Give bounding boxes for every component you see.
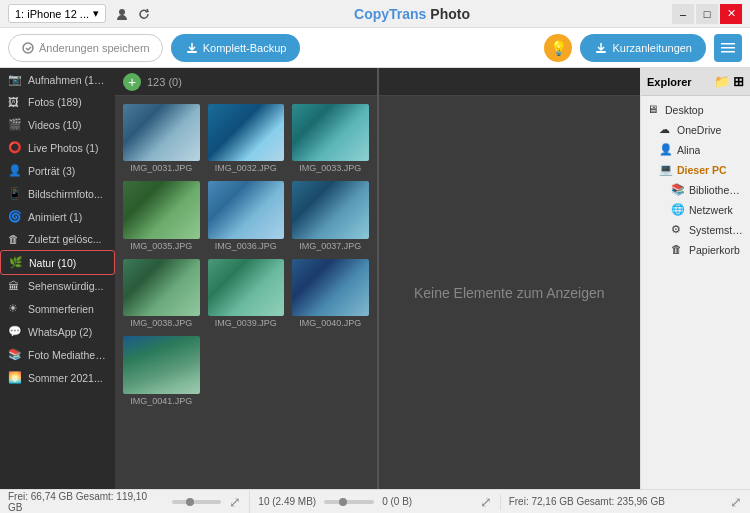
sidebar-item-live-photos[interactable]: ⭕ Live Photos (1) [0, 136, 115, 159]
status-center: 10 (2.49 MB) 0 (0 B) ⤢ [250, 494, 500, 510]
titlebar: 1: iPhone 12 ... ▾ CopyTrans Photo – □ ✕ [0, 0, 750, 28]
right-panel: Keine Elemente zum Anzeigen [377, 68, 641, 489]
photo-item-0033[interactable]: IMG_0033.JPG [292, 104, 369, 173]
photo-thumb-0041 [123, 336, 200, 393]
photo-label-0036: IMG_0036.JPG [215, 241, 277, 251]
explorer-panel: Explorer 📁 ⊞ 🖥 Desktop ☁ OneDrive 👤 Alin… [640, 68, 750, 489]
empty-message: Keine Elemente zum Anzeigen [414, 285, 605, 301]
photo-item-0031[interactable]: IMG_0031.JPG [123, 104, 200, 173]
sidebar-icon-videos: 🎬 [8, 118, 22, 131]
tree-item-desktop[interactable]: 🖥 Desktop [641, 100, 750, 120]
sidebar-item-whatsapp[interactable]: 💬 WhatsApp (2) [0, 320, 115, 343]
add-button[interactable]: + [123, 73, 141, 91]
close-button[interactable]: ✕ [720, 4, 742, 24]
minimize-button[interactable]: – [672, 4, 694, 24]
refresh-icon[interactable] [136, 6, 152, 22]
tree-item-systemsteuerung[interactable]: ⚙ Systemsteuerung [641, 220, 750, 240]
svg-rect-2 [187, 51, 197, 53]
sidebar-icon-bildschirm: 📱 [8, 187, 22, 200]
sidebar-icon-portrait: 👤 [8, 164, 22, 177]
sidebar-label-whatsapp: WhatsApp (2) [28, 326, 92, 338]
sidebar-item-bildschirm[interactable]: 📱 Bildschirmfoto... [0, 182, 115, 205]
right-panel-header [379, 68, 641, 96]
zoom-slider-center[interactable] [324, 500, 374, 504]
explorer-folder-icon[interactable]: 📁 [714, 74, 730, 89]
photo-item-0040[interactable]: IMG_0040.JPG [292, 259, 369, 328]
expand-center-icon[interactable]: ⤢ [480, 494, 492, 510]
tree-item-bibliotheken[interactable]: 📚 Bibliotheken [641, 180, 750, 200]
sidebar-icon-fotos: 🖼 [8, 96, 22, 108]
save-button[interactable]: Änderungen speichern [8, 34, 163, 62]
svg-rect-3 [596, 51, 606, 53]
tree-item-netzwerk[interactable]: 🌐 Netzwerk [641, 200, 750, 220]
person-icon[interactable] [114, 6, 130, 22]
sidebar-icon-animiert: 🌀 [8, 210, 22, 223]
sidebar-label-animiert: Animiert (1) [28, 211, 82, 223]
status-right-text: Frei: 72,16 GB Gesamt: 235,96 GB [509, 496, 665, 507]
photo-count-badge: 123 (0) [147, 76, 182, 88]
photo-item-0035[interactable]: IMG_0035.JPG [123, 181, 200, 250]
sidebar-item-sommer2021[interactable]: 🌅 Sommer 2021... [0, 366, 115, 389]
sidebar-label-geloescht: Zuletzt gelösc... [28, 233, 102, 245]
sidebar-item-mediathek[interactable]: 📚 Foto Mediathek (... [0, 343, 115, 366]
photo-item-0032[interactable]: IMG_0032.JPG [208, 104, 285, 173]
status-center-right-text: 0 (0 B) [382, 496, 412, 507]
tree-item-dieser-pc[interactable]: 💻 Dieser PC [641, 160, 750, 180]
photo-item-0039[interactable]: IMG_0039.JPG [208, 259, 285, 328]
expand-left-icon[interactable]: ⤢ [229, 494, 241, 510]
tree-item-alina[interactable]: 👤 Alina [641, 140, 750, 160]
chevron-down-icon: ▾ [93, 7, 99, 20]
title-prefix: Copy [354, 6, 389, 22]
status-left: Frei: 66,74 GB Gesamt: 119,10 GB ⤢ [0, 491, 250, 513]
svg-rect-5 [721, 47, 735, 49]
lightbulb-button[interactable]: 💡 [544, 34, 572, 62]
hamburger-menu-button[interactable] [714, 34, 742, 62]
sidebar-icon-whatsapp: 💬 [8, 325, 22, 338]
photo-thumb-0032 [208, 104, 285, 161]
status-center-left-text: 10 (2.49 MB) [258, 496, 316, 507]
device-selector[interactable]: 1: iPhone 12 ... ▾ [8, 4, 106, 23]
tree-item-onedrive[interactable]: ☁ OneDrive [641, 120, 750, 140]
save-label: Änderungen speichern [39, 42, 150, 54]
svg-point-1 [23, 43, 33, 53]
photo-item-0036[interactable]: IMG_0036.JPG [208, 181, 285, 250]
zoom-slider-left[interactable] [172, 500, 222, 504]
sidebar-item-fotos[interactable]: 🖼 Fotos (189) [0, 91, 115, 113]
tree-label-onedrive: OneDrive [677, 124, 721, 136]
sidebar-item-portrait[interactable]: 👤 Porträt (3) [0, 159, 115, 182]
sidebar-item-geloescht[interactable]: 🗑 Zuletzt gelösc... [0, 228, 115, 250]
sidebar-item-sehens[interactable]: 🏛 Sehenswürdig... [0, 275, 115, 297]
guide-button[interactable]: Kurzanleitungen [580, 34, 706, 62]
status-right: Frei: 72,16 GB Gesamt: 235,96 GB ⤢ [501, 494, 750, 510]
status-left-text: Frei: 66,74 GB Gesamt: 119,10 GB [8, 491, 164, 513]
sidebar-label-sommer2021: Sommer 2021... [28, 372, 103, 384]
app-title: CopyTrans Photo [354, 6, 470, 22]
sidebar-icon-natur: 🌿 [9, 256, 23, 269]
explorer-header-icons: 📁 ⊞ [714, 74, 744, 89]
backup-button[interactable]: Komplett-Backup [171, 34, 301, 62]
photo-thumb-0038 [123, 259, 200, 316]
photo-thumb-0035 [123, 181, 200, 238]
sidebar-item-sommer[interactable]: ☀ Sommerferien [0, 297, 115, 320]
expand-right-icon[interactable]: ⤢ [730, 494, 742, 510]
photo-item-0041[interactable]: IMG_0041.JPG [123, 336, 200, 405]
window-controls: – □ ✕ [672, 4, 742, 24]
explorer-expand-icon[interactable]: ⊞ [733, 74, 744, 89]
photo-label-0032: IMG_0032.JPG [215, 163, 277, 173]
sidebar-icon-sommer2021: 🌅 [8, 371, 22, 384]
tree-label-desktop: Desktop [665, 104, 704, 116]
photo-item-0037[interactable]: IMG_0037.JPG [292, 181, 369, 250]
sidebar-item-aufnahmen[interactable]: 📷 Aufnahmen (199) [0, 68, 115, 91]
sidebar-item-natur[interactable]: 🌿 Natur (10) [0, 250, 115, 275]
photo-item-0038[interactable]: IMG_0038.JPG [123, 259, 200, 328]
photo-label-0037: IMG_0037.JPG [299, 241, 361, 251]
sidebar-label-sehens: Sehenswürdig... [28, 280, 103, 292]
explorer-title: Explorer [647, 76, 692, 88]
title-brand: Trans [389, 6, 426, 22]
tree-icon-dieser-pc: 💻 [659, 163, 673, 177]
sidebar-item-animiert[interactable]: 🌀 Animiert (1) [0, 205, 115, 228]
maximize-button[interactable]: □ [696, 4, 718, 24]
tree-item-papierkorb[interactable]: 🗑 Papierkorb [641, 240, 750, 260]
sidebar-item-videos[interactable]: 🎬 Videos (10) [0, 113, 115, 136]
device-label: 1: iPhone 12 ... [15, 8, 89, 20]
